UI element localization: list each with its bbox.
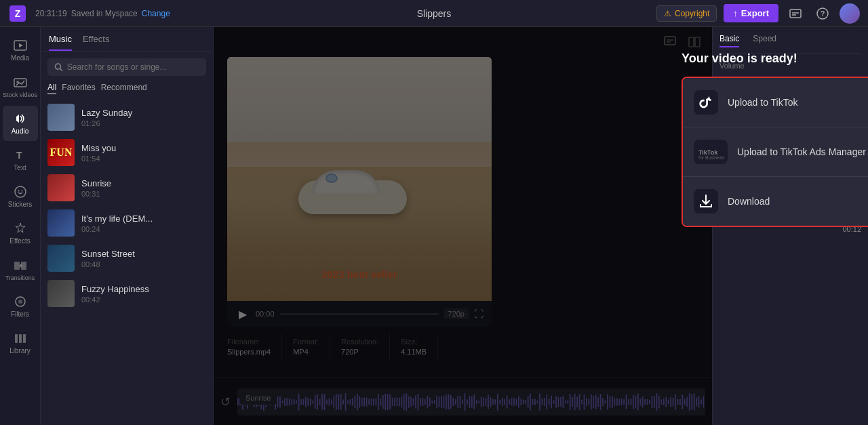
song-thumbnail	[47, 174, 75, 201]
media-icon	[14, 39, 27, 52]
svg-rect-20	[19, 334, 22, 343]
song-thumbnail: FUN	[47, 139, 75, 166]
save-status: 20:31:19 Saved in Myspace Change	[35, 9, 170, 18]
left-sidebar: Media Stock videos Audio T Text Stickers…	[0, 27, 41, 425]
tiktok-ads-icon: TikTok for Business	[694, 140, 728, 164]
download-icon	[694, 189, 718, 214]
subtitle-icon[interactable]	[785, 3, 806, 24]
song-info: It's my life (DEM... 00:24	[81, 214, 206, 233]
sidebar-item-stickers[interactable]: Stickers	[3, 179, 38, 214]
svg-rect-19	[15, 334, 18, 343]
app-logo: Z	[8, 4, 27, 23]
search-icon	[54, 62, 63, 72]
tab-effects[interactable]: Effects	[83, 34, 110, 51]
audio-icon	[14, 112, 27, 125]
modal-title: Your video is ready!	[682, 52, 868, 66]
export-icon: ↑	[733, 8, 738, 18]
list-item[interactable]: FUN Miss you 01:54	[41, 135, 213, 170]
tab-speed[interactable]: Speed	[753, 34, 776, 47]
sidebar-item-audio[interactable]: Audio	[3, 106, 38, 141]
modal-overlay: Your video is ready! Upload to TikTok	[214, 27, 712, 425]
filter-favorites[interactable]: Favorites	[62, 83, 95, 94]
svg-point-18	[18, 300, 22, 304]
song-thumbnail	[47, 280, 75, 307]
svg-text:?: ?	[821, 9, 825, 18]
song-info: Lazy Sunday 01:26	[81, 108, 206, 127]
filter-all[interactable]: All	[47, 83, 56, 94]
svg-rect-9	[14, 79, 26, 87]
effects-icon	[14, 222, 27, 235]
project-title: Slippers	[417, 8, 452, 19]
upload-tiktok-button[interactable]: Upload to TikTok ›	[683, 78, 868, 127]
list-item[interactable]: Sunrise 00:31	[41, 170, 213, 205]
song-info: Sunrise 00:31	[81, 178, 206, 198]
change-link[interactable]: Change	[142, 9, 170, 18]
svg-text:T: T	[16, 150, 22, 161]
song-thumbnail	[47, 245, 75, 272]
song-thumbnail	[47, 104, 75, 131]
svg-rect-15	[14, 262, 20, 270]
sidebar-item-stock[interactable]: Stock videos	[3, 69, 38, 104]
svg-text:for Business: for Business	[698, 155, 724, 159]
help-icon[interactable]: ?	[812, 3, 833, 24]
panel-tabs: Music Effects	[41, 27, 213, 52]
svg-point-14	[21, 190, 22, 192]
stickers-icon	[14, 185, 27, 199]
tab-basic[interactable]: Basic	[719, 34, 739, 47]
action-buttons-container: Upload to TikTok › TikTok for Business	[682, 77, 868, 227]
library-icon	[14, 331, 27, 345]
sidebar-item-library[interactable]: Library	[3, 325, 38, 361]
user-avatar[interactable]	[840, 3, 860, 24]
svg-marker-8	[19, 43, 23, 47]
tiktok-icon	[694, 90, 718, 115]
export-button[interactable]: ↑ Export	[724, 4, 778, 22]
svg-point-13	[18, 190, 19, 192]
sidebar-item-effects[interactable]: Effects	[3, 216, 38, 251]
sidebar-item-filters[interactable]: Filters	[3, 289, 38, 324]
warning-icon: ⚠	[664, 9, 671, 18]
song-info: Miss you 01:54	[81, 143, 206, 163]
svg-text:Z: Z	[15, 8, 21, 19]
search-input[interactable]	[67, 62, 199, 72]
upload-tiktok-ads-button[interactable]: TikTok for Business Upload to TikTok Ads…	[683, 127, 868, 177]
search-bar[interactable]	[47, 58, 206, 76]
list-item[interactable]: It's my life (DEM... 00:24	[41, 205, 213, 241]
canvas-area: 2023 best seller ▶ 00:00 720p ⛶	[214, 27, 712, 425]
list-item[interactable]: Sunset Street 00:48	[41, 241, 213, 276]
song-info: Fuzzy Happiness 00:42	[81, 284, 206, 304]
topbar: Z 20:31:19 Saved in Myspace Change Slipp…	[0, 0, 868, 27]
song-info: Sunset Street 00:48	[81, 249, 206, 268]
action-panel: Your video is ready! Upload to TikTok	[682, 52, 868, 227]
filter-tabs: All Favorites Recommend	[41, 83, 213, 100]
music-panel: Music Effects All Favorites Recommend La…	[41, 27, 214, 425]
transitions-icon	[14, 259, 27, 272]
sidebar-item-transitions[interactable]: Transitions	[3, 252, 38, 287]
filter-recommend[interactable]: Recommend	[101, 83, 147, 94]
tab-music[interactable]: Music	[49, 34, 72, 51]
download-button[interactable]: Download	[683, 177, 868, 226]
svg-rect-2	[790, 9, 801, 18]
copyright-button[interactable]: ⚠ Copyright	[656, 5, 717, 22]
svg-point-12	[15, 186, 26, 197]
text-icon: T	[14, 148, 27, 162]
svg-rect-21	[23, 334, 26, 343]
sidebar-item-text[interactable]: T Text	[3, 142, 38, 178]
main-layout: Media Stock videos Audio T Text Stickers…	[0, 27, 868, 425]
list-item[interactable]: Fuzzy Happiness 00:42	[41, 276, 213, 311]
sidebar-item-media[interactable]: Media	[3, 33, 38, 68]
stock-icon	[14, 76, 27, 89]
song-list: Lazy Sunday 01:26 FUN Miss you 01:54 Sun…	[41, 100, 213, 425]
list-item[interactable]: Lazy Sunday 01:26	[41, 100, 213, 135]
svg-line-23	[60, 68, 62, 70]
filters-icon	[14, 295, 27, 308]
topbar-right: ⚠ Copyright ↑ Export ?	[656, 3, 860, 24]
svg-point-22	[55, 64, 60, 69]
song-thumbnail	[47, 209, 75, 237]
